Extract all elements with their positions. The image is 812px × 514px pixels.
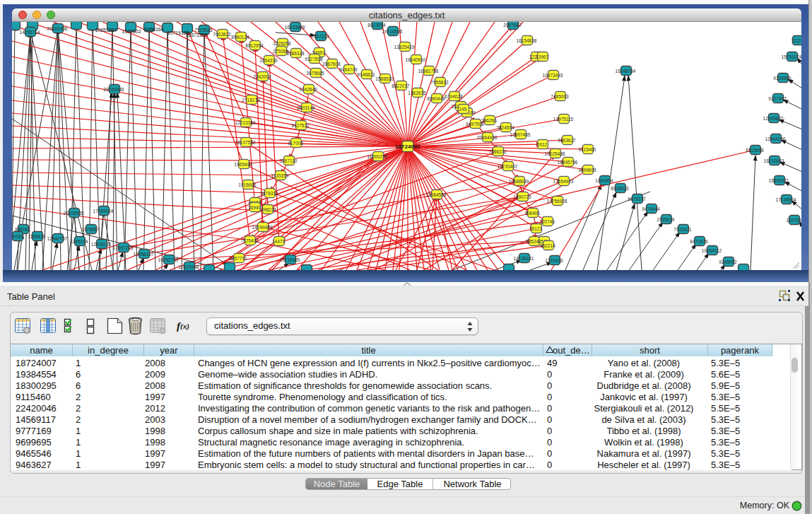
svg-text:746266: 746266 xyxy=(481,118,497,123)
svg-text:16121: 16121 xyxy=(529,226,542,231)
svg-text:8186328: 8186328 xyxy=(286,51,305,56)
svg-text:1362615: 1362615 xyxy=(408,90,426,95)
svg-text:19384554: 19384554 xyxy=(426,192,447,197)
svg-text:6466160: 6466160 xyxy=(144,27,163,32)
svg-text:9498224: 9498224 xyxy=(258,207,276,212)
svg-text:17359924: 17359924 xyxy=(93,209,114,214)
svg-text:1588520: 1588520 xyxy=(375,76,394,81)
svg-text:3267110: 3267110 xyxy=(280,158,298,163)
svg-text:835061: 835061 xyxy=(15,227,30,232)
svg-text:8960124: 8960124 xyxy=(231,35,249,40)
svg-text:6679197: 6679197 xyxy=(628,197,646,201)
svg-text:3824554: 3824554 xyxy=(496,125,514,130)
svg-text:20691406: 20691406 xyxy=(47,26,68,31)
svg-text:14099489: 14099489 xyxy=(252,225,273,230)
svg-text:16033809: 16033809 xyxy=(285,25,305,30)
svg-text:5878312: 5878312 xyxy=(260,191,278,196)
svg-text:9242848: 9242848 xyxy=(299,87,317,92)
svg-text:12923448: 12923448 xyxy=(179,264,199,269)
svg-text:245: 245 xyxy=(459,107,467,112)
svg-text:9463627: 9463627 xyxy=(558,138,576,143)
svg-text:12444156: 12444156 xyxy=(765,136,786,141)
svg-text:2087682: 2087682 xyxy=(503,23,522,28)
svg-text:1654339: 1654339 xyxy=(259,58,278,63)
svg-text:10958107: 10958107 xyxy=(134,252,154,257)
svg-text:10025488: 10025488 xyxy=(545,151,565,156)
svg-text:12093822: 12093822 xyxy=(763,116,784,121)
svg-text:9699695: 9699695 xyxy=(578,168,596,173)
svg-text:120746: 120746 xyxy=(539,219,555,224)
svg-text:15692971: 15692971 xyxy=(769,178,789,183)
svg-text:908406: 908406 xyxy=(524,211,540,216)
svg-text:8822037: 8822037 xyxy=(392,83,410,88)
svg-text:9857791: 9857791 xyxy=(229,256,247,261)
svg-text:15716485: 15716485 xyxy=(280,257,300,262)
svg-text:29053346: 29053346 xyxy=(104,87,124,92)
svg-text:16210643: 16210643 xyxy=(764,158,784,163)
svg-text:20364436: 20364436 xyxy=(477,135,498,140)
svg-text:14136141: 14136141 xyxy=(514,256,534,261)
svg-text:10688639: 10688639 xyxy=(509,179,529,184)
svg-text:2935114: 2935114 xyxy=(657,217,675,222)
svg-text:3226058: 3226058 xyxy=(273,41,291,46)
svg-text:1965493: 1965493 xyxy=(234,162,252,167)
svg-text:39153: 39153 xyxy=(12,234,23,239)
svg-text:3675685: 3675685 xyxy=(306,71,324,76)
svg-text:18724007: 18724007 xyxy=(395,144,420,150)
svg-text:8813054: 8813054 xyxy=(367,23,386,28)
svg-text:2867608: 2867608 xyxy=(322,62,341,66)
svg-text:9227342: 9227342 xyxy=(768,96,787,101)
svg-text:1916682: 1916682 xyxy=(238,182,257,187)
svg-text:9327508: 9327508 xyxy=(305,57,323,62)
svg-text:18640910: 18640910 xyxy=(406,57,426,62)
svg-text:19756928: 19756928 xyxy=(547,199,567,204)
svg-text:2718176: 2718176 xyxy=(242,98,260,103)
svg-text:12213369: 12213369 xyxy=(235,120,256,125)
svg-text:9146821: 9146821 xyxy=(357,72,375,77)
svg-text:13654923: 13654923 xyxy=(553,179,574,184)
svg-text:8912954: 8912954 xyxy=(245,43,264,48)
svg-text:1733426: 1733426 xyxy=(545,258,563,263)
svg-text:8471676: 8471676 xyxy=(690,239,708,244)
svg-text:8454749: 8454749 xyxy=(339,67,358,72)
svg-text:18300295: 18300295 xyxy=(367,154,388,159)
svg-text:1890725: 1890725 xyxy=(513,194,531,199)
svg-text:14479: 14479 xyxy=(272,239,285,244)
svg-text:12942757: 12942757 xyxy=(47,236,68,241)
svg-text:15751074: 15751074 xyxy=(782,54,801,59)
svg-text:9474444: 9474444 xyxy=(642,206,660,211)
svg-text:16648784: 16648784 xyxy=(616,69,636,74)
svg-text:1640954: 1640954 xyxy=(595,178,613,183)
svg-text:7857224: 7857224 xyxy=(311,34,329,39)
svg-text:1975867: 1975867 xyxy=(81,227,100,232)
svg-text:16154838: 16154838 xyxy=(517,38,537,43)
svg-text:16782759: 16782759 xyxy=(158,257,179,262)
svg-text:9329966: 9329966 xyxy=(773,76,792,81)
svg-text:7886372: 7886372 xyxy=(488,149,507,154)
svg-text:16940: 16940 xyxy=(248,205,261,210)
svg-text:12905115: 12905115 xyxy=(91,242,112,247)
svg-text:116753: 116753 xyxy=(786,218,801,223)
svg-text:6794028: 6794028 xyxy=(445,94,463,99)
svg-text:917006: 917006 xyxy=(288,141,303,146)
svg-text:8938923: 8938923 xyxy=(611,186,629,191)
svg-text:9427512: 9427512 xyxy=(291,123,310,128)
svg-text:7515526: 7515526 xyxy=(194,28,213,33)
svg-text:10653267: 10653267 xyxy=(95,28,117,33)
svg-text:8215958: 8215958 xyxy=(746,148,764,153)
svg-text:6012: 6012 xyxy=(537,142,548,147)
svg-text:13967: 13967 xyxy=(536,54,548,59)
svg-text:10807485: 10807485 xyxy=(510,132,531,137)
svg-text:19218596: 19218596 xyxy=(382,29,403,34)
svg-text:18495796: 18495796 xyxy=(558,160,578,165)
svg-text:7955812: 7955812 xyxy=(430,80,449,85)
svg-text:14055714: 14055714 xyxy=(20,30,40,35)
svg-text:1527602: 1527602 xyxy=(122,29,141,34)
svg-text:13325419: 13325419 xyxy=(394,45,415,49)
svg-text:252214: 252214 xyxy=(540,243,555,248)
svg-text:9115460: 9115460 xyxy=(579,147,596,152)
svg-text:17016504: 17016504 xyxy=(776,197,796,202)
svg-text:9245052: 9245052 xyxy=(719,259,737,264)
svg-text:7625402: 7625402 xyxy=(240,238,259,243)
svg-text:10654112: 10654112 xyxy=(702,248,722,253)
